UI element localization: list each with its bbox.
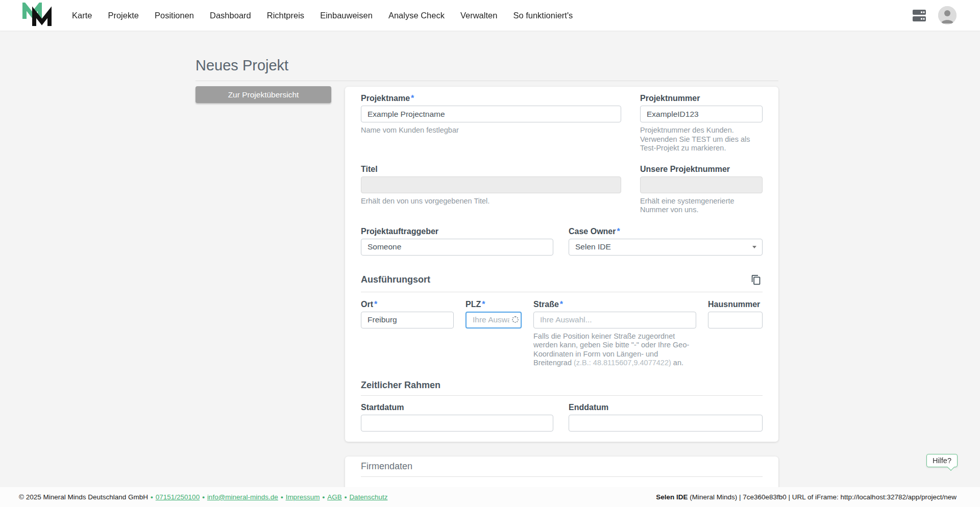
required-asterisk: * (560, 300, 563, 309)
zeitlicher-rahmen-heading: Zeitlicher Rahmen (361, 380, 440, 390)
unsere-projektnummer-help: Erhält eine systemgenerierte Nummer von … (640, 197, 763, 215)
chevron-down-icon (752, 246, 756, 248)
footer-left: © 2025 Mineral Minds Deutschland GmbH • … (19, 493, 387, 501)
field-strasse: Straße* Falls die Position keiner Straße… (533, 299, 696, 368)
nav-item-positionen[interactable]: Positionen (155, 11, 194, 20)
ausfuehrungsort-heading: Ausführungsort (361, 274, 430, 285)
plz-label: PLZ* (465, 299, 522, 309)
footer-link-phone[interactable]: 07151/250100 (156, 493, 200, 501)
server-status-icon[interactable] (912, 8, 927, 23)
mineral-minds-logo[interactable] (22, 3, 54, 28)
footer-link-datenschutz[interactable]: Datenschutz (349, 493, 387, 501)
strasse-input[interactable] (533, 312, 696, 328)
logo-mm-icon (22, 3, 54, 28)
unsere-projektnummer-input (640, 176, 763, 193)
projektname-label: Projektname* (361, 93, 621, 103)
field-titel: Titel Erhält den von uns vorgegebenen Ti… (361, 164, 621, 215)
required-asterisk: * (374, 300, 377, 309)
startdatum-input[interactable] (361, 415, 553, 432)
section-divider (361, 476, 763, 477)
form-row-name-number: Projektname* Name vom Kunden festlegbar … (361, 93, 763, 153)
nav-item-so-funktionierts[interactable]: So funktioniert's (513, 11, 573, 20)
copyright-text: © 2025 Mineral Minds Deutschland GmbH (19, 493, 148, 501)
enddatum-label: Enddatum (569, 402, 763, 412)
projektnummer-label: Projektnummer (640, 93, 763, 103)
titel-input (361, 176, 621, 193)
startdatum-label: Startdatum (361, 402, 553, 412)
field-startdatum: Startdatum (361, 402, 553, 432)
page-header: Neues Projekt (195, 57, 778, 81)
enddatum-input[interactable] (569, 415, 763, 432)
zeitlicher-rahmen-section-header: Zeitlicher Rahmen (361, 380, 763, 390)
nav-item-projekte[interactable]: Projekte (108, 11, 139, 20)
zur-projektuebersicht-button[interactable]: Zur Projektübersicht (195, 86, 331, 103)
field-projektauftraggeber: Projektauftraggeber (361, 226, 553, 256)
case-owner-select[interactable]: Selen IDE (569, 239, 763, 256)
user-avatar-icon[interactable] (938, 6, 957, 24)
ausfuehrungsort-section-header: Ausführungsort (361, 273, 763, 287)
form-row-auftraggeber-owner: Projektauftraggeber Case Owner* Selen ID… (361, 226, 763, 256)
required-asterisk: * (482, 300, 485, 309)
field-ort: Ort* (361, 299, 454, 368)
strasse-label: Straße* (533, 299, 696, 309)
ort-label: Ort* (361, 299, 454, 309)
projektauftraggeber-label: Projektauftraggeber (361, 226, 553, 236)
nav-item-richtpreis[interactable]: Richtpreis (267, 11, 304, 20)
section-divider (361, 395, 763, 396)
required-asterisk: * (617, 227, 620, 236)
nav-item-einbauweisen[interactable]: Einbauweisen (320, 11, 373, 20)
field-case-owner: Case Owner* Selen IDE (569, 226, 763, 256)
strasse-help: Falls die Position keiner Straße zugeord… (533, 332, 696, 368)
page-title: Neues Projekt (195, 57, 778, 74)
ort-input[interactable] (361, 312, 454, 328)
hausnummer-input[interactable] (708, 312, 763, 328)
page-footer: © 2025 Mineral Minds Deutschland GmbH • … (0, 487, 980, 507)
plz-input[interactable] (465, 312, 522, 328)
nav-item-karte[interactable]: Karte (72, 11, 92, 20)
projektname-input[interactable] (361, 106, 621, 122)
hausnummer-label: Hausnummer (708, 299, 763, 309)
field-unsere-projektnummer: Unsere Projektnummer Erhält eine systemg… (640, 164, 763, 215)
projektnummer-help: Projektnummer des Kunden. Verwenden Sie … (640, 126, 763, 153)
top-navbar: Karte Projekte Positionen Dashboard Rich… (0, 0, 980, 31)
main-nav: Karte Projekte Positionen Dashboard Rich… (72, 11, 573, 20)
header-actions (912, 6, 957, 24)
form-row-location: Ort* PLZ* Straße* Falls die Position kei… (361, 299, 763, 368)
form-row-dates: Startdatum Enddatum (361, 402, 763, 432)
hilfe-button[interactable]: Hilfe? (926, 454, 958, 467)
unsere-projektnummer-label: Unsere Projektnummer (640, 164, 763, 174)
nav-item-dashboard[interactable]: Dashboard (210, 11, 251, 20)
case-owner-label: Case Owner* (569, 226, 763, 236)
footer-link-impressum[interactable]: Impressum (286, 493, 320, 501)
titel-label: Titel (361, 164, 621, 174)
firmendaten-heading: Firmendaten (361, 461, 763, 471)
nav-item-analyse-check[interactable]: Analyse Check (388, 11, 445, 20)
footer-link-agb[interactable]: AGB (327, 493, 342, 501)
session-user: Selen IDE (656, 493, 688, 501)
field-enddatum: Enddatum (569, 402, 763, 432)
field-plz: PLZ* (465, 299, 522, 368)
copy-icon[interactable] (750, 273, 763, 287)
project-form-card: Projektname* Name vom Kunden festlegbar … (345, 87, 778, 442)
footer-link-email[interactable]: info@mineral-minds.de (207, 493, 278, 501)
projektauftraggeber-input[interactable] (361, 239, 553, 256)
form-row-titel: Titel Erhält den von uns vorgegebenen Ti… (361, 164, 763, 215)
titel-help: Erhält den von uns vorgegebenen Titel. (361, 197, 621, 206)
projektnummer-input[interactable] (640, 106, 763, 122)
field-hausnummer: Hausnummer (708, 299, 763, 368)
field-projektnummer: Projektnummer Projektnummer des Kunden. … (640, 93, 763, 153)
session-info: Selen IDE (Mineral Minds) | 7ce360e83fb0… (656, 493, 957, 501)
nav-item-verwalten[interactable]: Verwalten (460, 11, 497, 20)
projektname-help: Name vom Kunden festlegbar (361, 126, 621, 135)
case-owner-value: Selen IDE (575, 242, 611, 251)
field-projektname: Projektname* Name vom Kunden festlegbar (361, 93, 621, 153)
section-divider (361, 292, 763, 292)
session-details: (Mineral Minds) | 7ce360e83fb0 | URL of … (688, 493, 957, 501)
required-asterisk: * (411, 94, 414, 103)
